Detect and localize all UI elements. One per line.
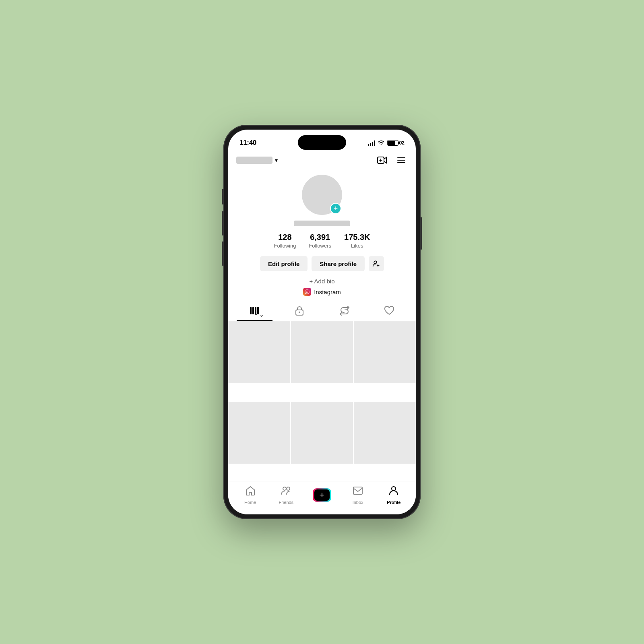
signal-bar-1 [368,144,369,146]
phone-screen: 11:40 [228,130,416,514]
home-icon [245,485,256,499]
grid-cell-5[interactable] [291,402,353,464]
menu-icon[interactable] [395,154,408,167]
grid-cell-4[interactable] [228,402,290,464]
svg-point-12 [287,487,290,490]
inbox-icon [353,485,363,499]
nav-friends[interactable]: Friends [274,485,298,505]
likes-label: Likes [351,243,363,249]
tab-private[interactable] [277,301,322,321]
username-text [236,157,272,164]
profile-icon [388,485,399,499]
nav-inbox[interactable]: Inbox [346,485,370,505]
svg-point-10 [299,312,300,313]
wifi-icon [378,140,385,147]
avatar-container: + [302,175,342,215]
inbox-label: Inbox [353,500,363,505]
stats-row: 128 Following 6,391 Followers 175.3K Lik… [274,233,370,249]
svg-point-1 [374,261,377,264]
chevron-down-icon: ▾ [275,157,278,163]
grid-cell-1[interactable] [228,321,290,383]
signal-bar-3 [372,142,373,146]
friends-icon [281,485,292,499]
svg-rect-5 [250,307,252,314]
nav-home[interactable]: Home [238,485,262,505]
svg-rect-7 [255,307,256,314]
phone-wrapper: 11:40 [223,125,421,519]
bottom-nav: Home Friends + [228,481,416,514]
profile-section: + 128 Following 6,391 Followers 175.3K [228,171,416,301]
svg-point-11 [283,487,286,490]
svg-rect-8 [257,307,259,314]
instagram-link[interactable]: Instagram [303,288,341,296]
header-right [376,154,408,167]
likes-stat[interactable]: 175.3K Likes [344,233,370,249]
likes-count: 175.3K [344,233,370,242]
edit-profile-button[interactable]: Edit profile [260,256,308,271]
tab-videos[interactable] [232,301,277,321]
app-header: ▾ [228,151,416,171]
add-friend-button[interactable] [369,256,384,271]
tab-reposted[interactable] [322,301,367,321]
grid-cell-3[interactable] [354,321,416,383]
add-bio-link[interactable]: + Add bio [310,278,335,285]
create-button[interactable]: + [313,488,331,502]
signal-bar-4 [374,140,375,146]
home-label: Home [244,500,256,505]
svg-point-13 [392,487,396,491]
status-icons: 92 [368,140,405,147]
following-stat[interactable]: 128 Following [274,233,296,249]
grid-cell-2[interactable] [291,321,353,383]
create-plus-icon: + [314,489,330,501]
svg-point-3 [306,291,308,293]
content-grid [228,321,416,481]
followers-stat[interactable]: 6,391 Followers [309,233,331,249]
phone-frame: 11:40 [223,125,421,519]
signal-bars-icon [368,140,375,146]
volume-down-button[interactable] [222,242,223,266]
status-time: 11:40 [239,139,256,147]
friends-label: Friends [279,500,293,505]
svg-rect-6 [252,307,254,314]
dynamic-island [298,135,346,150]
profile-username-bar [294,221,350,226]
avatar-add-button[interactable]: + [330,203,341,214]
followers-count: 6,391 [310,233,330,242]
svg-rect-2 [305,290,309,294]
following-label: Following [274,243,296,249]
tab-liked[interactable] [367,301,412,321]
signal-bar-2 [370,143,371,146]
nav-create[interactable]: + [310,488,334,502]
grid-cell-6[interactable] [354,402,416,464]
username-dropdown[interactable]: ▾ [236,157,278,164]
profile-label: Profile [387,500,400,505]
instagram-label: Instagram [314,289,341,295]
nav-profile[interactable]: Profile [382,485,406,505]
action-buttons: Edit profile Share profile [260,256,384,271]
instagram-icon [303,288,311,296]
svg-point-4 [308,291,309,291]
mute-button[interactable] [222,189,223,204]
volume-up-button[interactable] [222,211,223,235]
share-profile-button[interactable]: Share profile [312,256,365,271]
battery-icon: 92 [387,140,405,146]
content-tabs [228,301,416,321]
battery-percent: 92 [399,140,405,146]
add-video-icon[interactable] [376,154,388,167]
following-count: 128 [278,233,291,242]
followers-label: Followers [309,243,331,249]
power-button[interactable] [421,217,422,250]
